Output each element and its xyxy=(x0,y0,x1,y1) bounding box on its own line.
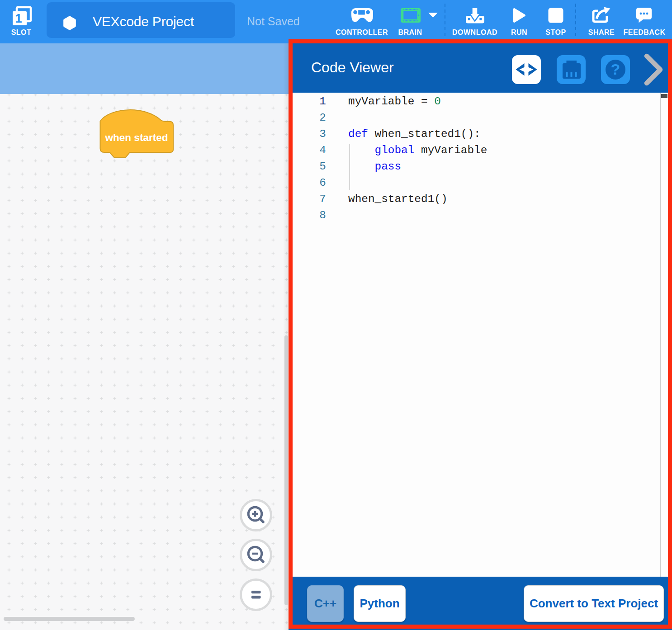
svg-text:when started: when started xyxy=(105,132,168,143)
svg-text:?: ? xyxy=(611,61,620,78)
